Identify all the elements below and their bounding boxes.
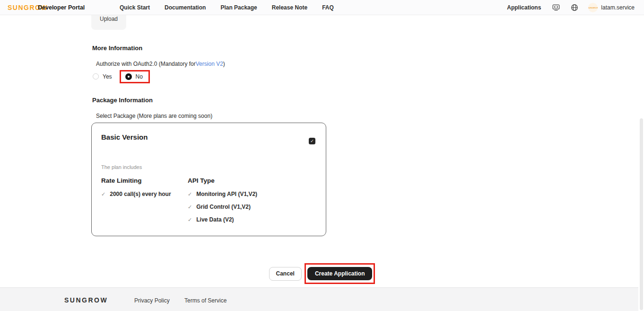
oauth-label-prefix: Authorize with OAuth2.0 (Mandatory for (96, 61, 196, 67)
plan-item-label: Grid Control (V1,V2) (196, 204, 251, 210)
radio-no-circle[interactable] (125, 73, 132, 80)
check-icon: ✓ (188, 191, 192, 197)
avatar[interactable]: SUNGROW (588, 3, 598, 12)
upload-label: Upload (100, 16, 118, 22)
footer: SUNGROW Privacy Policy Terms of Service (0, 287, 644, 311)
navbar-right: Applications SUNGROW latam.service (507, 0, 635, 15)
check-icon: ✓ (188, 217, 192, 223)
radio-yes-label: Yes (103, 73, 112, 80)
account-menu[interactable]: SUNGROW latam.service (588, 3, 635, 12)
oauth-question-label: Authorize with OAuth2.0 (Mandatory forVe… (96, 61, 225, 67)
plan-item-monitoring-api: ✓ Monitoring API (V1,V2) (188, 191, 257, 197)
username-label: latam.service (601, 4, 635, 11)
nav-link-plan-package[interactable]: Plan Package (220, 4, 257, 11)
portal-title: Developer Portal (38, 4, 85, 11)
page: SUNGROW Developer Portal Quick Start Doc… (0, 0, 644, 311)
plan-item-label: Monitoring API (V1,V2) (196, 191, 257, 197)
column-header-api-type: API Type (188, 177, 215, 184)
annotation-box-create-button: Create Application (305, 263, 375, 284)
cancel-button[interactable]: Cancel (269, 267, 302, 281)
scrollbar-track (638, 117, 644, 311)
nav-link-quick-start[interactable]: Quick Start (120, 4, 150, 11)
plan-item-rate-limit: ✓ 2000 call(s) every hour (101, 191, 171, 197)
section-heading-more-information: More Information (92, 44, 142, 52)
main-nav: Quick Start Documentation Plan Package R… (120, 0, 334, 15)
plan-item-live-data: ✓ Live Data (V2) (188, 216, 234, 223)
package-title: Basic Version (101, 133, 148, 141)
nav-link-faq[interactable]: FAQ (322, 4, 334, 11)
scrollbar-thumb[interactable] (640, 118, 643, 310)
plan-item-label: 2000 call(s) every hour (110, 191, 171, 197)
form-actions: Cancel Create Application (0, 263, 644, 284)
top-navbar: SUNGROW Developer Portal Quick Start Doc… (0, 0, 644, 15)
console-icon[interactable] (551, 3, 561, 12)
version-v2-link[interactable]: Version V2 (196, 61, 223, 67)
nav-link-documentation[interactable]: Documentation (165, 4, 206, 11)
upload-button[interactable]: Upload (91, 15, 126, 30)
check-icon: ✓ (188, 204, 192, 210)
nav-link-applications[interactable]: Applications (507, 4, 541, 11)
check-icon: ✓ (101, 191, 105, 197)
oauth-label-suffix: ) (223, 61, 225, 67)
privacy-policy-link[interactable]: Privacy Policy (134, 297, 170, 304)
create-application-button[interactable]: Create Application (307, 267, 373, 280)
column-header-rate-limiting: Rate Limiting (101, 177, 142, 184)
oauth-radio-group: Yes No (93, 69, 150, 84)
select-package-label: Select Package (More plans are coming so… (96, 113, 212, 119)
section-heading-package-information: Package Information (92, 97, 153, 104)
plan-item-label: Live Data (V2) (196, 216, 234, 223)
radio-yes[interactable]: Yes (93, 73, 112, 80)
nav-link-release-note[interactable]: Release Note (272, 4, 307, 11)
package-checkbox[interactable]: ✓ (309, 138, 315, 144)
radio-yes-circle[interactable] (93, 73, 99, 80)
package-card-basic-version[interactable]: Basic Version ✓ The plan includes Rate L… (91, 123, 326, 236)
radio-no-label: No (136, 73, 143, 80)
annotation-box-no-radio: No (120, 70, 150, 83)
radio-no[interactable]: No (125, 73, 143, 80)
footer-sungrow-logo: SUNGROW (64, 296, 108, 304)
globe-icon[interactable] (570, 3, 579, 12)
terms-of-service-link[interactable]: Terms of Service (184, 297, 226, 304)
plan-item-grid-control: ✓ Grid Control (V1,V2) (188, 204, 251, 210)
plan-includes-label: The plan includes (101, 164, 142, 170)
